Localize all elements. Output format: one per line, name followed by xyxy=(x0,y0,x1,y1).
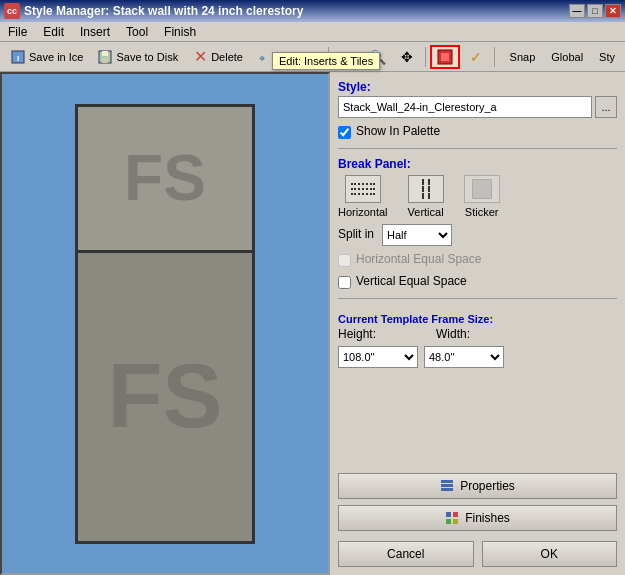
pan-tool-button[interactable]: ✥ xyxy=(393,45,421,69)
svg-rect-4 xyxy=(102,58,108,63)
svg-text:⌖: ⌖ xyxy=(259,52,265,64)
vertical-dashes-icon xyxy=(422,176,430,202)
close-button[interactable]: ✕ xyxy=(605,4,621,18)
svg-rect-13 xyxy=(446,519,451,524)
split-in-row: Split in Half Third Quarter xyxy=(338,224,617,246)
break-sticker-option: Sticker xyxy=(464,175,500,218)
save-in-ice-button[interactable]: I Save in Ice xyxy=(4,45,89,69)
finishes-button[interactable]: Finishes xyxy=(338,505,617,531)
split-in-select[interactable]: Half Third Quarter xyxy=(382,224,452,246)
break-horizontal-option: Horizontal xyxy=(338,175,388,218)
style-row: ... xyxy=(338,96,617,118)
break-panel-label: Break Panel: xyxy=(338,157,617,171)
global-button[interactable]: Global xyxy=(545,45,589,69)
delete-label: Delete xyxy=(211,51,243,63)
style-section: Style: ... xyxy=(338,80,617,118)
delete-button[interactable]: ✕ Delete xyxy=(186,45,249,69)
style-dots-button[interactable]: ... xyxy=(595,96,617,118)
finishes-label: Finishes xyxy=(465,511,510,525)
show-in-palette-checkbox[interactable] xyxy=(338,126,351,139)
properties-icon xyxy=(440,479,454,493)
break-vertical-option: Vertical xyxy=(408,175,444,218)
template-frame-section: Current Template Frame Size: Height: Wid… xyxy=(338,313,617,368)
title-bar-controls[interactable]: — □ ✕ xyxy=(569,4,621,18)
finishes-icon xyxy=(445,511,459,525)
svg-rect-10 xyxy=(441,488,453,491)
svg-rect-12 xyxy=(453,512,458,517)
break-panel-section: Break Panel: Horizontal xyxy=(338,157,617,218)
break-panel-row: Horizontal Vertical xyxy=(338,175,617,218)
svg-rect-3 xyxy=(102,51,108,56)
wall-top-section: FS xyxy=(78,107,252,254)
maximize-button[interactable]: □ xyxy=(587,4,603,18)
svg-rect-8 xyxy=(441,480,453,483)
height-select[interactable]: 108.0" 96.0" 72.0" xyxy=(338,346,418,368)
template-frame-label: Current Template Frame Size: xyxy=(338,313,617,325)
show-in-palette-row: Show In Palette xyxy=(338,124,617,140)
spacer xyxy=(338,374,617,467)
break-sticker-button[interactable] xyxy=(464,175,500,203)
menu-insert[interactable]: Insert xyxy=(76,23,114,41)
svg-text:I: I xyxy=(17,54,19,63)
horizontal-equal-space-label: Horizontal Equal Space xyxy=(356,252,481,266)
vertical-equal-space-checkbox[interactable] xyxy=(338,276,351,289)
toolbar-right: Snap Global Sty xyxy=(504,45,621,69)
svg-rect-11 xyxy=(446,512,451,517)
preview-bottom-text: FS xyxy=(107,345,222,448)
save-disk-icon xyxy=(97,49,113,65)
delete-icon: ✕ xyxy=(192,49,208,65)
app-icon: cc xyxy=(4,3,20,19)
horizontal-equal-space-checkbox[interactable] xyxy=(338,254,351,267)
break-horizontal-label: Horizontal xyxy=(338,206,388,218)
tooltip-popup: Edit: Inserts & Tiles xyxy=(272,52,380,70)
height-label: Height: xyxy=(338,327,376,341)
style-name-input[interactable] xyxy=(338,96,592,118)
wall-preview: FS FS xyxy=(75,104,255,544)
autodim-icon: ⌖ xyxy=(257,49,273,65)
menu-bar: File Edit Insert Tool Finish xyxy=(0,22,625,42)
vertical-equal-space-label: Vertical Equal Space xyxy=(356,274,467,288)
break-horizontal-button[interactable] xyxy=(345,175,381,203)
horizontal-equal-space-row: Horizontal Equal Space xyxy=(338,252,617,268)
menu-finish[interactable]: Finish xyxy=(160,23,200,41)
title-bar-left: cc Style Manager: Stack wall with 24 inc… xyxy=(4,3,303,19)
divider-1 xyxy=(338,148,617,149)
style-label: Style: xyxy=(338,80,617,94)
horizontal-dashes-icon xyxy=(351,183,375,195)
break-sticker-label: Sticker xyxy=(465,206,499,218)
sticker-icon xyxy=(472,179,492,199)
menu-file[interactable]: File xyxy=(4,23,31,41)
tooltip-text: Edit: Inserts & Tiles xyxy=(279,55,373,67)
minimize-button[interactable]: — xyxy=(569,4,585,18)
style-button[interactable]: Sty xyxy=(593,45,621,69)
break-vertical-label: Vertical xyxy=(408,206,444,218)
toolbar-separator-3 xyxy=(494,47,495,67)
window-title: Style Manager: Stack wall with 24 inch c… xyxy=(24,4,303,18)
menu-edit[interactable]: Edit xyxy=(39,23,68,41)
dim-inputs: 108.0" 96.0" 72.0" 48.0" 36.0" 24.0" xyxy=(338,346,617,368)
save-to-disk-button[interactable]: Save to Disk xyxy=(91,45,184,69)
title-bar: cc Style Manager: Stack wall with 24 inc… xyxy=(0,0,625,22)
dim-labels: Height: Width: xyxy=(338,327,617,343)
edit-inserts-tiles-button[interactable] xyxy=(430,45,460,69)
toolbar-separator-2 xyxy=(425,47,426,67)
cancel-button[interactable]: Cancel xyxy=(338,541,474,567)
show-in-palette-label: Show In Palette xyxy=(356,124,440,138)
properties-button[interactable]: Properties xyxy=(338,473,617,499)
right-panel: Style: ... Show In Palette Break Panel: xyxy=(330,72,625,575)
edit-inserts-icon xyxy=(437,49,453,65)
properties-label: Properties xyxy=(460,479,515,493)
svg-rect-9 xyxy=(441,484,453,487)
save-ice-label: Save in Ice xyxy=(29,51,83,63)
menu-tool[interactable]: Tool xyxy=(122,23,152,41)
break-vertical-button[interactable] xyxy=(408,175,444,203)
save-disk-label: Save to Disk xyxy=(116,51,178,63)
width-select[interactable]: 48.0" 36.0" 24.0" xyxy=(424,346,504,368)
save-ice-icon: I xyxy=(10,49,26,65)
bottom-buttons: Cancel OK xyxy=(338,541,617,567)
checkmark-tool-button[interactable]: ✓ xyxy=(462,45,490,69)
snap-button[interactable]: Snap xyxy=(504,45,542,69)
wall-bottom-section: FS xyxy=(78,253,252,540)
ok-button[interactable]: OK xyxy=(482,541,618,567)
split-in-label: Split in xyxy=(338,227,374,241)
